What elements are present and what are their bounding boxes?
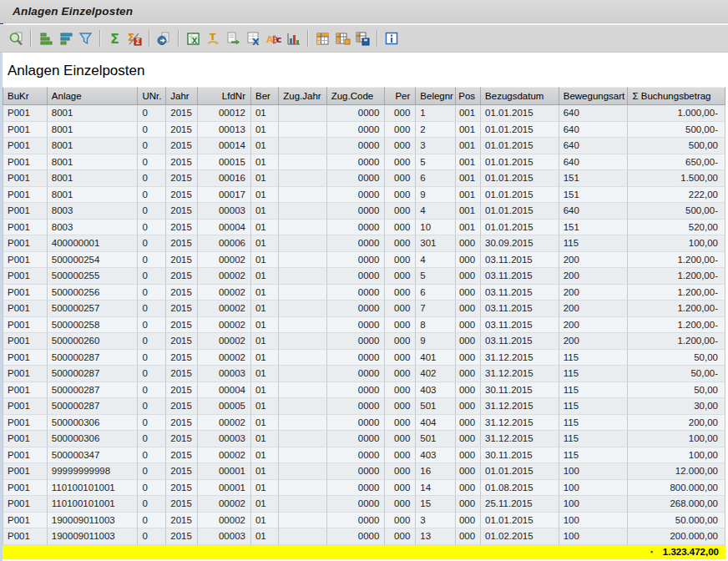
cell-ber[interactable]: 01 bbox=[251, 187, 279, 204]
cell-unr[interactable]: 0 bbox=[138, 480, 166, 497]
cell-anlage[interactable]: 8003 bbox=[48, 220, 139, 236]
cell-bewegungsart[interactable]: 115 bbox=[559, 447, 629, 464]
cell-zugcode[interactable]: 0000 bbox=[327, 301, 386, 317]
cell-unr[interactable]: 0 bbox=[138, 415, 166, 432]
cell-bukr[interactable]: P001 bbox=[3, 496, 48, 513]
cell-zugcode[interactable]: 0000 bbox=[327, 154, 386, 171]
cell-bezugsdatum[interactable]: 01.08.2015 bbox=[481, 480, 559, 497]
cell-zugjahr[interactable] bbox=[279, 285, 327, 301]
cell-anlage[interactable]: 500000287 bbox=[48, 398, 139, 415]
cell-jahr[interactable]: 2015 bbox=[166, 235, 198, 252]
filter-button[interactable] bbox=[75, 28, 95, 48]
cell-anlage[interactable]: 400000001 bbox=[48, 235, 139, 252]
cell-unr[interactable]: 0 bbox=[138, 122, 166, 139]
cell-jahr[interactable]: 2015 bbox=[166, 285, 198, 301]
cell-buchungsbetrag[interactable]: 268.000,00 bbox=[628, 496, 725, 513]
cell-bukr[interactable]: P001 bbox=[3, 480, 48, 497]
cell-ber[interactable]: 01 bbox=[251, 366, 279, 382]
cell-zugjahr[interactable] bbox=[279, 513, 327, 529]
cell-unr[interactable]: 0 bbox=[138, 513, 166, 529]
cell-unr[interactable]: 0 bbox=[138, 463, 166, 480]
cell-buchungsbetrag[interactable]: 100,00 bbox=[628, 235, 725, 252]
cell-belegnr[interactable]: 2 bbox=[416, 122, 456, 139]
cell-pos[interactable]: 001 bbox=[456, 138, 481, 154]
cell-bukr[interactable]: P001 bbox=[3, 513, 48, 529]
cell-pos[interactable]: 000 bbox=[456, 366, 481, 382]
cell-bewegungsart[interactable]: 200 bbox=[559, 301, 629, 317]
cell-ber[interactable]: 01 bbox=[251, 138, 279, 154]
cell-belegnr[interactable]: 1 bbox=[416, 105, 456, 122]
cell-bewegungsart[interactable]: 115 bbox=[559, 382, 629, 399]
cell-ber[interactable]: 01 bbox=[251, 235, 279, 252]
cell-bezugsdatum[interactable]: 30.11.2015 bbox=[481, 447, 559, 464]
cell-zugjahr[interactable] bbox=[279, 220, 327, 236]
cell-ber[interactable]: 01 bbox=[251, 431, 279, 447]
cell-zugjahr[interactable] bbox=[279, 301, 327, 317]
cell-buchungsbetrag[interactable]: 500,00- bbox=[628, 203, 725, 220]
cell-buchungsbetrag[interactable]: 12.000,00 bbox=[628, 463, 725, 480]
cell-lfdnr[interactable]: 00003 bbox=[198, 203, 251, 220]
cell-unr[interactable]: 0 bbox=[138, 105, 166, 122]
cell-belegnr[interactable]: 8 bbox=[416, 317, 456, 334]
cell-buchungsbetrag[interactable]: 30,00 bbox=[628, 398, 725, 415]
cell-buchungsbetrag[interactable]: 50,00- bbox=[628, 366, 725, 382]
cell-bukr[interactable]: P001 bbox=[3, 317, 48, 334]
cell-zugcode[interactable]: 0000 bbox=[327, 220, 386, 236]
cell-pos[interactable]: 000 bbox=[456, 496, 481, 513]
cell-bukr[interactable]: P001 bbox=[3, 122, 48, 139]
cell-zugjahr[interactable] bbox=[279, 235, 327, 252]
cell-belegnr[interactable]: 9 bbox=[416, 333, 456, 350]
cell-bukr[interactable]: P001 bbox=[3, 105, 48, 122]
cell-bewegungsart[interactable]: 100 bbox=[559, 528, 629, 545]
cell-pos[interactable]: 000 bbox=[456, 447, 481, 464]
cell-jahr[interactable]: 2015 bbox=[166, 220, 198, 236]
cell-bukr[interactable]: P001 bbox=[3, 220, 48, 236]
cell-unr[interactable]: 0 bbox=[138, 317, 166, 334]
cell-buchungsbetrag[interactable]: 50,00 bbox=[628, 382, 725, 399]
cell-per[interactable]: 000 bbox=[385, 398, 416, 415]
cell-zugcode[interactable]: 0000 bbox=[327, 268, 386, 285]
cell-anlage[interactable]: 500000287 bbox=[48, 350, 139, 366]
cell-bukr[interactable]: P001 bbox=[3, 366, 48, 382]
cell-ber[interactable]: 01 bbox=[251, 333, 279, 350]
cell-pos[interactable]: 001 bbox=[456, 154, 481, 171]
cell-buchungsbetrag[interactable]: 500,00 bbox=[628, 138, 725, 154]
cell-jahr[interactable]: 2015 bbox=[166, 496, 198, 513]
cell-bezugsdatum[interactable]: 30.09.2015 bbox=[481, 235, 559, 252]
cell-pos[interactable]: 000 bbox=[456, 333, 481, 350]
cell-per[interactable]: 000 bbox=[385, 235, 416, 252]
cell-pos[interactable]: 000 bbox=[456, 382, 481, 399]
cell-bezugsdatum[interactable]: 01.01.2015 bbox=[481, 138, 559, 154]
cell-zugcode[interactable]: 0000 bbox=[327, 528, 386, 545]
cell-zugcode[interactable]: 0000 bbox=[327, 105, 386, 122]
col-header-zugcode[interactable]: Zug.Code bbox=[327, 87, 386, 105]
cell-unr[interactable]: 0 bbox=[138, 170, 166, 187]
cell-bezugsdatum[interactable]: 03.11.2015 bbox=[481, 252, 559, 269]
cell-buchungsbetrag[interactable]: 1.200,00- bbox=[628, 333, 725, 350]
col-header-bewegungsart[interactable]: Bewegungsart bbox=[559, 87, 629, 105]
cell-bewegungsart[interactable]: 100 bbox=[559, 496, 629, 513]
cell-buchungsbetrag[interactable]: 520,00 bbox=[628, 220, 725, 236]
cell-jahr[interactable]: 2015 bbox=[166, 170, 198, 187]
abc-analysis-button[interactable]: A₿c bbox=[263, 28, 283, 48]
cell-zugcode[interactable]: 0000 bbox=[327, 415, 386, 432]
cell-lfdnr[interactable]: 00017 bbox=[198, 187, 251, 204]
cell-unr[interactable]: 0 bbox=[138, 235, 166, 252]
cell-bezugsdatum[interactable]: 31.12.2015 bbox=[481, 415, 559, 432]
cell-bewegungsart[interactable]: 200 bbox=[559, 268, 629, 285]
cell-unr[interactable]: 0 bbox=[138, 252, 166, 269]
cell-zugcode[interactable]: 0000 bbox=[327, 463, 386, 480]
cell-bewegungsart[interactable]: 640 bbox=[559, 122, 629, 139]
cell-zugcode[interactable]: 0000 bbox=[327, 496, 386, 513]
cell-zugcode[interactable]: 0000 bbox=[327, 285, 386, 301]
cell-per[interactable]: 000 bbox=[385, 382, 416, 399]
cell-pos[interactable]: 000 bbox=[456, 463, 481, 480]
cell-buchungsbetrag[interactable]: 1.200,00- bbox=[628, 268, 725, 285]
cell-per[interactable]: 000 bbox=[385, 187, 416, 204]
col-header-buchungsbetrag[interactable]: Σ Buchungsbetrag bbox=[628, 87, 725, 105]
cell-unr[interactable]: 0 bbox=[138, 333, 166, 350]
cell-bezugsdatum[interactable]: 01.01.2015 bbox=[481, 170, 559, 187]
cell-zugcode[interactable]: 0000 bbox=[327, 480, 386, 497]
cell-unr[interactable]: 0 bbox=[138, 447, 166, 464]
cell-zugjahr[interactable] bbox=[279, 268, 327, 285]
